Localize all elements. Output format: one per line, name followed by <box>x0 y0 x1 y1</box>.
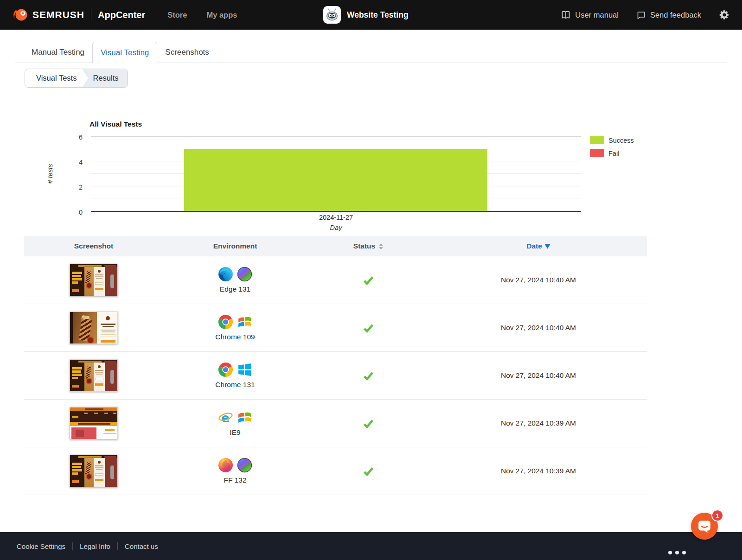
top-navbar: SEMRUSH AppCenter Store My apps <box>0 0 742 30</box>
send-feedback-label: Send feedback <box>650 11 701 19</box>
nav-link-store[interactable]: Store <box>167 11 187 19</box>
chat-bubble-icon <box>697 519 712 534</box>
user-manual-label: User manual <box>575 11 619 19</box>
dot <box>675 551 679 554</box>
test-date: Nov 27, 2024 10:39 AM <box>501 467 576 475</box>
brand-group[interactable]: SEMRUSH AppCenter <box>12 7 145 22</box>
os-icon <box>237 362 252 377</box>
browser-icon <box>218 458 233 473</box>
os-icon <box>237 458 252 473</box>
legend-item-success: Success <box>590 136 634 144</box>
status-success-icon <box>362 274 375 286</box>
app-header: Website Testing <box>323 0 409 30</box>
tab-screenshots[interactable]: Screenshots <box>157 42 217 63</box>
screenshot-thumbnail[interactable] <box>70 455 118 487</box>
app-robot-icon <box>323 6 341 24</box>
test-date: Nov 27, 2024 10:40 AM <box>501 324 576 332</box>
status-success-icon <box>362 417 375 430</box>
sort-desc-icon <box>544 244 550 249</box>
status-success-icon <box>362 322 375 334</box>
brand-product: AppCenter <box>98 10 145 20</box>
breadcrumb-visual-tests[interactable]: Visual Tests <box>25 69 82 87</box>
footer-separator <box>117 542 118 550</box>
table-row: e IE9 Nov 27, 2024 10:39 AM <box>24 400 647 447</box>
tab-visual-testing[interactable]: Visual Testing <box>92 42 157 63</box>
send-feedback-button[interactable]: Send feedback <box>636 10 701 20</box>
tab-bar: Manual Testing Visual Testing Screenshot… <box>15 42 727 63</box>
chart-plot <box>91 137 581 212</box>
status-success-icon <box>362 465 375 477</box>
user-manual-button[interactable]: User manual <box>561 10 619 20</box>
breadcrumb-arrow <box>82 69 88 88</box>
dot <box>682 551 686 554</box>
test-date: Nov 27, 2024 10:39 AM <box>501 419 576 427</box>
test-date: Nov 27, 2024 10:40 AM <box>501 276 576 284</box>
header-screenshot: Screenshot <box>24 236 163 256</box>
nav-actions: User manual Send feedback <box>561 9 730 20</box>
environment: Chrome 109 <box>215 314 255 341</box>
table-row: FF 132 Nov 27, 2024 10:39 AM <box>24 447 647 495</box>
screenshot-thumbnail[interactable] <box>70 312 118 344</box>
footer-link-contact-us[interactable]: Contact us <box>125 542 158 550</box>
footer-link-cookie-settings[interactable]: Cookie Settings <box>17 542 65 550</box>
chart-x-axis-label: Day <box>91 224 581 231</box>
os-icon <box>237 314 252 330</box>
test-date: Nov 27, 2024 10:40 AM <box>501 371 576 380</box>
footer-link-legal-info[interactable]: Legal Info <box>80 542 110 550</box>
nav-link-my-apps[interactable]: My apps <box>206 11 237 19</box>
screenshot-thumbnail[interactable] <box>70 264 118 296</box>
breadcrumb-results[interactable]: Results <box>88 69 128 87</box>
page: SEMRUSH AppCenter Store My apps <box>0 0 742 560</box>
header-date[interactable]: Date <box>430 236 647 256</box>
feedback-bubble-icon <box>636 10 646 20</box>
tab-manual-testing[interactable]: Manual Testing <box>24 42 92 63</box>
screenshot-thumbnail[interactable] <box>70 407 118 439</box>
breadcrumb: Visual Tests Results <box>25 69 128 88</box>
chat-notification-badge: 1 <box>711 509 723 522</box>
nav-links: Store My apps <box>167 11 237 19</box>
footer-separator <box>72 542 73 550</box>
table-row: Chrome 131 Nov 27, 2024 10:40 AM <box>24 352 647 400</box>
environment: Edge 131 <box>218 267 252 293</box>
book-icon <box>561 10 571 20</box>
table-body: Edge 131 Nov 27, 2024 10:40 AM Chrome 10… <box>24 256 647 495</box>
browser-icon: e <box>218 410 233 425</box>
status-success-icon <box>362 369 375 382</box>
app-title: Website Testing <box>347 10 409 20</box>
success-bar <box>184 149 487 211</box>
environment-label: FF 132 <box>224 476 246 484</box>
footer-more-menu[interactable] <box>668 551 686 554</box>
brand-name: SEMRUSH <box>32 9 84 20</box>
chart-yticks: 0246 <box>56 137 83 212</box>
chart-legend: SuccessFail <box>590 136 634 162</box>
brand-divider <box>91 8 91 21</box>
footer: Cookie Settings Legal Info Contact us <box>0 532 742 560</box>
table-row: Chrome 109 Nov 27, 2024 10:40 AM <box>24 304 647 352</box>
screenshot-thumbnail[interactable] <box>70 359 118 392</box>
sort-updown-icon <box>378 243 384 250</box>
environment-label: Chrome 131 <box>215 381 255 389</box>
browser-icon <box>218 314 233 330</box>
browser-icon <box>218 267 233 282</box>
environment: e IE9 <box>218 410 252 437</box>
chart-y-axis-label: # tests <box>46 155 56 192</box>
environment: FF 132 <box>218 458 252 484</box>
environment-label: IE9 <box>230 428 240 437</box>
header-status[interactable]: Status <box>307 236 430 256</box>
chat-widget-button[interactable]: 1 <box>691 513 718 540</box>
results-table: Screenshot Environment Status Date <box>24 236 647 495</box>
visual-tests-chart: All Visual Tests # tests 0246 2024-11-27… <box>0 116 742 234</box>
chart-x-tick: 2024-11-27 <box>91 214 581 221</box>
browser-icon <box>218 362 233 377</box>
environment-label: Edge 131 <box>220 285 250 293</box>
chart-title: All Visual Tests <box>90 120 142 128</box>
os-icon <box>237 267 252 282</box>
settings-gear-icon[interactable] <box>719 9 730 20</box>
header-environment: Environment <box>163 236 307 256</box>
legend-item-fail: Fail <box>590 149 634 157</box>
os-icon <box>237 410 252 425</box>
environment-label: Chrome 109 <box>215 333 255 341</box>
dot <box>668 551 672 554</box>
table-row: Edge 131 Nov 27, 2024 10:40 AM <box>24 256 647 304</box>
environment: Chrome 131 <box>215 362 255 389</box>
